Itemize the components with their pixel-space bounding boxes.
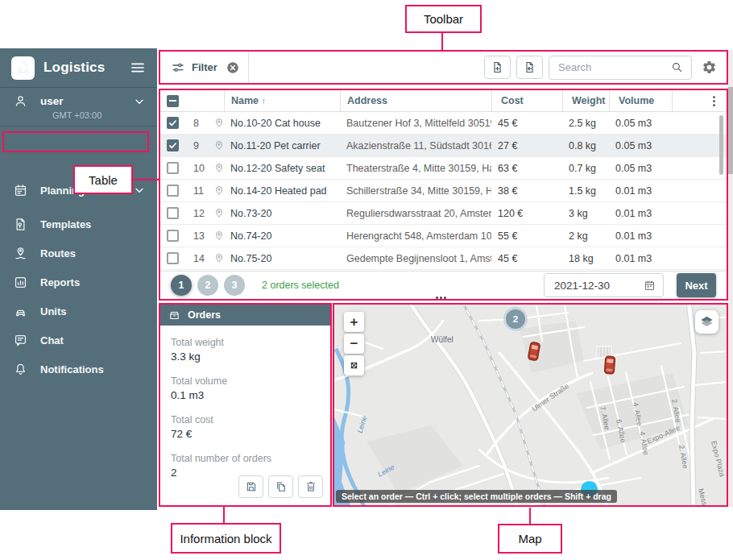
table-scrollbar[interactable] [719,115,723,175]
column-header-cost[interactable]: Cost [491,90,562,111]
column-header-volume[interactable]: Volume [609,90,672,111]
search-input[interactable] [558,61,670,73]
order-cost: 120 € [491,202,562,224]
sidebar-item-notifications[interactable]: Notifications [0,355,157,384]
copy-button[interactable] [268,475,293,498]
toolbar-divider [248,52,249,83]
settings-icon [702,60,717,75]
table-row[interactable]: 13 No.74-20 Herengracht 548, Amsterdam 1… [160,225,727,247]
menu-toggle-icon[interactable] [130,60,146,76]
column-header-weight[interactable]: Weight [562,90,609,111]
vehicle-marker[interactable] [604,356,615,375]
zoom-out-button[interactable]: − [344,334,364,354]
pin-icon [214,163,224,173]
row-checkbox[interactable] [167,252,179,264]
page-button-2[interactable]: 2 [197,275,218,296]
order-volume: 0.01 m3 [609,225,672,247]
order-cost: 55 € [491,225,562,247]
row-checkbox[interactable] [167,230,179,242]
settings-button[interactable] [702,60,717,75]
table-row[interactable]: 12 No.73-20 Reguliersdwarsstraat 20, Ams… [160,202,727,225]
chevron-down-icon[interactable] [133,95,146,108]
map-canvas[interactable]: WülfelLeineLeineUlmer Straße7. Allee6. A… [334,305,727,505]
more-columns-icon[interactable] [713,96,715,106]
table-row[interactable]: 11 No.14-20 Heated pad Schillerstraße 34… [160,180,727,202]
cluster-marker[interactable]: 2 [506,309,525,329]
layers-button[interactable] [695,310,719,334]
sidebar-item-chat[interactable]: Chat [0,326,157,355]
fullscreen-button[interactable] [344,355,364,375]
map-status-bar: Select an order — Ctrl + click; select m… [336,490,617,503]
information-block: Orders Total weight3.3 kg Total volume0.… [159,303,332,507]
column-header-address[interactable]: Address [340,90,491,111]
row-checkbox[interactable] [167,117,179,129]
next-button[interactable]: Next [677,273,716,297]
filter-label: Filter [192,61,217,73]
order-weight: 0.7 kg [562,157,609,179]
column-header-name[interactable]: Name ↑ [224,90,340,111]
order-name: No.73-20 [224,202,340,224]
order-volume: 0.05 m3 [609,112,672,134]
toolbar: Filter [159,50,728,85]
sidebar-item-label: Templates [40,218,91,230]
sidebar-item-routes[interactable]: Routes [0,239,157,268]
info-block-header: Orders [160,305,330,326]
splitter-handle[interactable] [436,297,446,299]
row-checkbox[interactable] [167,139,179,151]
order-cost: 45 € [491,247,562,269]
order-volume: 0.01 m3 [609,202,672,224]
app-logo [11,56,35,80]
annotation-toolbar-label: Toolbar [405,5,482,33]
scooter-logo-icon [14,60,31,77]
import-order-button[interactable] [516,56,543,79]
search-icon[interactable] [670,60,684,74]
sidebar-item-label: Chat [40,334,64,346]
sidebar-item-units[interactable]: Units [0,297,157,326]
page-button-3[interactable]: 3 [224,275,245,296]
pin-icon [214,208,224,218]
order-name: No.10-20 Cat house [224,112,340,134]
column-menu[interactable] [672,90,727,111]
order-volume: 0.01 m3 [609,180,672,201]
order-weight: 0.8 kg [562,135,609,156]
page-scrollbar-thumb[interactable] [728,87,733,174]
page-scrollbar[interactable] [728,50,733,507]
row-checkbox[interactable] [167,207,179,219]
field-label: Total volume [171,375,330,388]
order-name: No.12-20 Safety seat [224,157,340,179]
table-row[interactable]: 9 No.11-20 Pet carrier Akazienstraße 11,… [160,135,727,157]
field-label: Total weight [171,336,330,349]
chevron-down-icon[interactable] [133,184,146,197]
filter-control[interactable]: Filter [160,60,240,75]
row-number: 9 [187,135,208,156]
info-field: Total volume0.1 m3 [171,375,330,403]
select-all-checkbox[interactable] [167,95,179,107]
annotation-map-label: Map [498,524,562,554]
row-checkbox[interactable] [167,162,179,174]
user-section[interactable]: user GMT +03:00 [0,88,157,127]
search-box[interactable] [549,56,692,80]
add-order-button[interactable] [484,56,511,79]
map[interactable]: WülfelLeineLeineUlmer Straße7. Allee6. A… [333,303,728,507]
clear-filter-icon[interactable] [226,60,240,75]
add-order-icon [491,60,504,74]
date-picker[interactable]: 2021-12-30 [544,273,664,297]
zoom-in-button[interactable]: + [344,312,364,332]
table-row[interactable]: 10 No.12-20 Safety seat Theaterstraße 4,… [160,157,727,180]
order-weight: 2 kg [562,225,609,247]
save-button[interactable] [238,475,263,498]
table-row[interactable]: 14 No.75-20 Gedempte Begijnensloot 1, Am… [160,247,727,270]
delete-button[interactable] [298,475,323,498]
info-field: Total cost72 € [171,413,330,442]
page-button-1[interactable]: 1 [171,275,192,296]
field-value: 0.1 m3 [171,388,330,403]
sidebar-item-templates[interactable]: Templates [0,209,157,239]
orders-box-icon [168,309,180,321]
row-checkbox[interactable] [167,185,179,197]
sidebar-item-reports[interactable]: Reports [0,268,157,297]
info-field: Total weight3.3 kg [171,336,330,364]
info-block-title: Orders [188,309,221,321]
row-number: 11 [187,180,208,201]
table-row[interactable]: 8 No.10-20 Cat house Bautzener Hof 3, Mi… [160,112,727,135]
reports-icon [13,275,28,290]
